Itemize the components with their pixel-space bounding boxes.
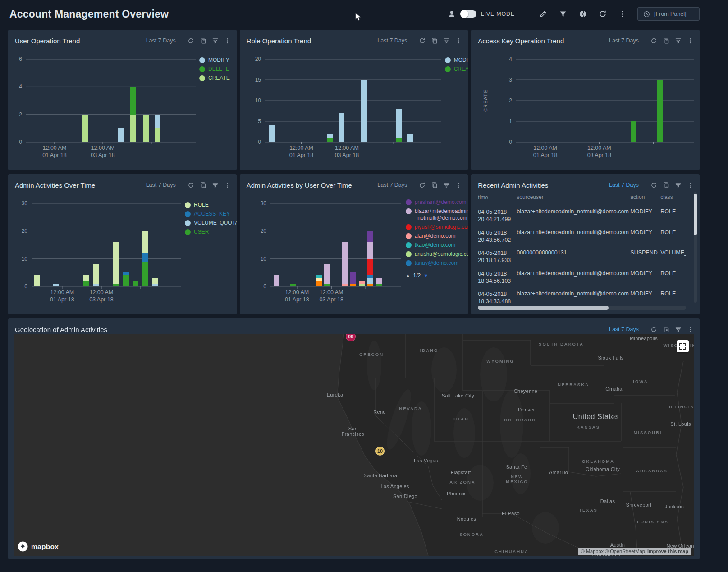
table-row[interactable]: 04-05-201818:34:56.103blazar+nitedemoadm… [478,267,686,288]
activities-table: time sourceuser action class 04-05-20182… [478,194,686,304]
svg-text:12:00 AM: 12:00 AM [289,145,313,151]
legend-item[interactable]: tkao@demo.com [406,242,468,249]
panel-time-range[interactable]: Last 7 Days [146,182,176,188]
legend-item[interactable]: MODIFY [445,57,468,64]
table-row[interactable]: 04-05-201818:34:33.488blazar+nitedemoadm… [478,287,686,304]
legend-item[interactable]: alan@demo.com [406,233,468,240]
panel-time-range[interactable]: Last 7 Days [609,182,639,188]
refresh-icon[interactable] [650,37,657,44]
filter-icon[interactable] [675,182,682,189]
globe-icon[interactable] [579,10,587,18]
vertical-scrollbar[interactable] [694,192,697,303]
refresh-icon[interactable] [188,182,194,189]
time-range-selector[interactable]: [From Panel] [637,7,700,21]
column-header-time[interactable]: time [478,194,517,201]
panel-time-range[interactable]: Last 7 Days [146,37,176,44]
improve-map-link[interactable]: Improve this map [647,549,688,554]
legend-item[interactable]: ACCESS_KEY [185,211,237,217]
legend-item[interactable]: DELETE [199,66,230,73]
column-header-class[interactable]: class [660,194,686,201]
kebab-menu-icon[interactable] [687,326,694,333]
vertical-scrollbar-thumb[interactable] [694,194,697,235]
chart-legend: MODIFYCREATE [445,57,468,73]
filter-icon[interactable] [559,10,567,18]
filter-icon[interactable] [675,37,682,44]
table-row[interactable]: 04-05-201820:18:17.9330000000000000131SU… [478,246,686,267]
copy-icon[interactable] [663,182,669,189]
legend-page-down[interactable]: ▼ [423,273,428,278]
kebab-menu-icon[interactable] [224,37,231,44]
svg-text:6: 6 [19,56,22,62]
svg-text:12:00 AM: 12:00 AM [50,289,74,295]
legend-item[interactable]: piyush@sumologic.com [406,224,468,231]
filter-icon[interactable] [443,182,450,189]
svg-text:2: 2 [509,97,513,104]
panel-time-range[interactable]: Last 7 Days [609,37,639,44]
cell-sourceuser: blazar+nitedemoadmin_notmulti@demo.com [517,208,630,215]
filter-icon[interactable] [212,182,219,189]
legend-item[interactable]: tanay@demo.com [406,260,468,267]
kebab-menu-icon[interactable] [687,37,694,44]
horizontal-scrollbar[interactable] [478,306,686,310]
legend-item[interactable]: ROLE [185,202,237,208]
refresh-icon[interactable] [599,10,607,18]
svg-text:30: 30 [22,200,28,207]
svg-text:20: 20 [260,228,266,234]
refresh-icon[interactable] [188,37,194,44]
horizontal-scrollbar-thumb[interactable] [478,306,609,310]
refresh-icon[interactable] [650,326,657,333]
legend-item[interactable]: MODIFY [199,57,230,64]
refresh-icon[interactable] [419,37,426,44]
column-header-action[interactable]: action [630,194,660,201]
mapbox-logo[interactable]: mapbox [18,541,59,552]
copy-icon[interactable] [431,37,438,44]
cell-sourceuser: blazar+nitedemoadmin_notmulti@demo.com [517,291,630,297]
copy-icon[interactable] [663,37,669,44]
copy-icon[interactable] [663,326,669,333]
copy-icon[interactable] [431,182,438,189]
toggle-knob[interactable] [460,10,468,18]
filter-icon[interactable] [675,326,682,333]
cell-time: 04-05-201820:44:21.499 [478,208,517,223]
table-row[interactable]: 04-05-201820:43:56.702blazar+nitedemoadm… [478,226,686,247]
svg-text:03 Apr 18: 03 Apr 18 [91,152,115,158]
map-cluster-marker[interactable]: 10 [375,447,385,456]
kebab-menu-icon[interactable] [455,182,462,189]
refresh-icon[interactable] [419,182,426,189]
panel-title: Access Key Operation Trend [478,37,564,45]
svg-text:12:00 AM: 12:00 AM [534,145,558,151]
edit-icon[interactable] [539,10,547,18]
copy-icon[interactable] [200,37,206,44]
filter-icon[interactable] [212,37,219,44]
panel-title: Admin Activities Over Time [15,181,95,189]
legend-item[interactable]: CREATE [199,75,230,82]
legend-item[interactable]: USER [185,229,237,235]
svg-text:15: 15 [255,77,261,83]
column-header-sourceuser[interactable]: sourceuser [517,194,630,201]
legend-item[interactable]: blazar+nitedemoadmin_notmulti@demo.com [406,208,468,221]
svg-text:03 Apr 18: 03 Apr 18 [319,296,343,303]
svg-text:5: 5 [258,118,261,125]
filter-icon[interactable] [443,37,450,44]
refresh-icon[interactable] [650,182,657,189]
kebab-menu-icon[interactable] [618,10,627,18]
legend-item[interactable]: prashant@demo.com [406,199,468,206]
panel-role-operation-trend: 0510152012:00 AM01 Apr 1812:00 AM03 Apr … [240,30,468,170]
kebab-menu-icon[interactable] [687,182,694,189]
fullscreen-button[interactable] [677,340,689,352]
live-mode-toggle[interactable] [460,10,476,18]
legend-item[interactable]: VOLUME_QUOTA [185,220,237,226]
kebab-menu-icon[interactable] [455,37,462,44]
panel-time-range[interactable]: Last 7 Days [377,37,407,44]
panel-time-range[interactable]: Last 7 Days [377,182,407,188]
legend-dot [445,57,451,63]
panel-time-range[interactable]: Last 7 Days [609,326,639,332]
map-canvas[interactable]: OREGONIDAHOWYOMINGSOUTH DAKOTAWISCONSINN… [14,334,694,556]
kebab-menu-icon[interactable] [224,182,231,189]
legend-item[interactable]: anusha@sumologic.com [406,251,468,258]
legend-item[interactable]: CREATE [445,66,468,73]
table-row[interactable]: 04-05-201820:44:21.499blazar+nitedemoadm… [478,205,686,226]
copy-icon[interactable] [200,182,206,189]
admin-activities-chart: 010203012:00 AM01 Apr 1812:00 AM03 Apr 1… [8,174,237,314]
legend-page-up[interactable]: ▲ [406,273,411,278]
